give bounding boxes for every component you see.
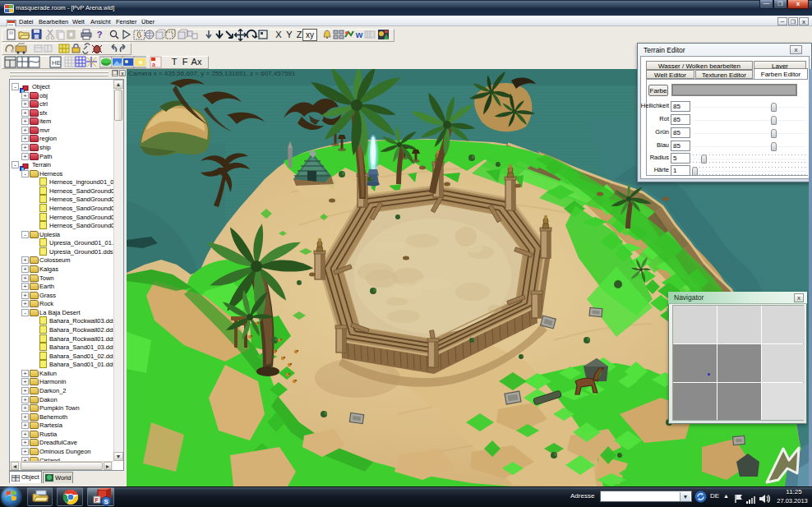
svg-text:F: F <box>95 497 99 503</box>
svg-text:a: a <box>152 62 155 67</box>
svg-text:S: S <box>104 498 109 505</box>
svg-text:HE: HE <box>52 59 61 67</box>
